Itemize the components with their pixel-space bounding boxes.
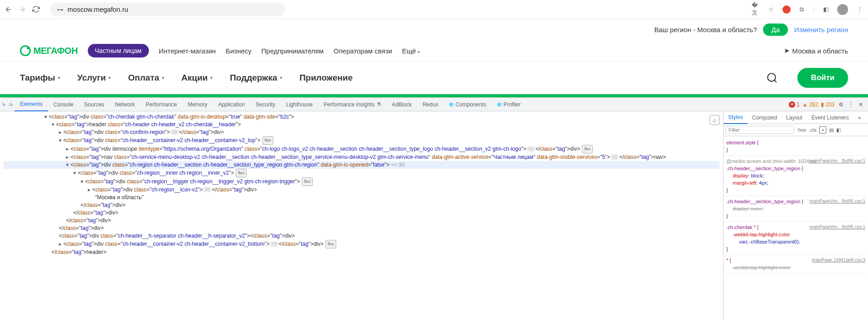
change-region-link[interactable]: Изменить регион — [794, 26, 848, 33]
profile-avatar[interactable] — [837, 4, 848, 15]
confirm-region-bar: Ваш регион - Москва и область? Да Измени… — [0, 19, 868, 40]
tab-application[interactable]: Application — [213, 98, 250, 111]
svg-rect-2 — [10, 103, 11, 105]
nav-operators[interactable]: Операторам связи — [334, 47, 392, 55]
sp-tab-computed[interactable]: Computed — [748, 111, 782, 124]
sp-tab-more[interactable]: » — [854, 111, 866, 124]
reload-button[interactable] — [32, 5, 40, 14]
url-bar[interactable]: ⊶ — [50, 3, 285, 16]
nav-shop[interactable]: Интернет-магазин — [159, 47, 216, 55]
location-icon: ➤ — [784, 47, 790, 55]
extension-opera-icon[interactable] — [782, 5, 791, 14]
more-tools-icon[interactable]: ⋮ — [847, 101, 854, 108]
logo[interactable]: МЕГАФОН — [20, 45, 78, 56]
search-button[interactable] — [764, 70, 780, 86]
nav-tariffs[interactable]: Тарифы▾ — [20, 73, 60, 83]
tab-redux[interactable]: Redux — [417, 98, 444, 111]
browser-toolbar: ⊶ �文 ☆ ⧉ | ◧ ⋮ — [0, 0, 868, 19]
tab-insights[interactable]: Performance insights ⚗ — [318, 98, 386, 111]
nav-support[interactable]: Поддержка▾ — [230, 73, 282, 83]
issues-count[interactable]: ▮203 — [821, 101, 835, 108]
browser-menu-icon[interactable]: ⋮ — [855, 5, 863, 14]
sp-tab-layout[interactable]: Layout — [782, 111, 807, 124]
new-rule-button[interactable]: + — [819, 126, 826, 134]
login-button[interactable]: Войти — [797, 68, 848, 88]
styles-panel: Styles Computed Layout Event Listeners »… — [723, 111, 868, 320]
tab-console[interactable]: Console — [48, 98, 79, 111]
devtools-tabs: Elements Console Sources Network Perform… — [0, 98, 868, 111]
nav-payment[interactable]: Оплата▾ — [128, 73, 164, 83]
styles-rules[interactable]: element.style {} @media screen and (min-… — [724, 136, 868, 320]
region-question: Ваш регион - Москва и область? — [654, 26, 757, 33]
svg-rect-3 — [11, 104, 12, 105]
tab-components[interactable]: ⬢ Components — [444, 98, 491, 111]
nav-business[interactable]: Бизнесу — [226, 47, 252, 55]
side-panel-icon[interactable]: ◧ — [822, 5, 830, 14]
computed-toggle-icon[interactable]: ▤ — [829, 127, 834, 133]
tab-sources[interactable]: Sources — [79, 98, 110, 111]
tab-profiler[interactable]: ⬢ Profiler — [491, 98, 526, 111]
back-button[interactable] — [5, 5, 13, 14]
extensions-icon[interactable]: ⧉ — [798, 5, 806, 14]
sp-tab-listeners[interactable]: Event Listeners — [807, 111, 854, 124]
tab-network[interactable]: Network — [110, 98, 140, 111]
hov-toggle[interactable]: :hov — [797, 127, 806, 133]
nav-personal[interactable]: Частным лицам — [88, 44, 149, 57]
warning-count[interactable]: ▲262 — [802, 101, 818, 108]
nav-app[interactable]: Приложение — [300, 73, 353, 83]
tab-elements[interactable]: Elements — [14, 98, 48, 111]
logo-icon — [20, 45, 31, 56]
sp-tab-styles[interactable]: Styles — [724, 111, 748, 124]
accessibility-toggle[interactable]: ⌕ — [710, 115, 720, 125]
nav-entrepreneur[interactable]: Предпринимателям — [262, 47, 324, 55]
confirm-yes-button[interactable]: Да — [763, 24, 788, 36]
tab-security[interactable]: Security — [250, 98, 281, 111]
accent-bar — [0, 94, 868, 97]
devtools: Elements Console Sources Network Perform… — [0, 97, 868, 320]
nav-promo[interactable]: Акции▾ — [181, 73, 213, 83]
tab-memory[interactable]: Memory — [182, 98, 213, 111]
nav-services[interactable]: Услуги▾ — [77, 73, 111, 83]
translate-icon[interactable]: �文 — [752, 5, 760, 14]
tab-lighthouse[interactable]: Lighthouse — [281, 98, 318, 111]
device-toolbar[interactable] — [7, 101, 14, 108]
error-count[interactable]: ✕1 — [789, 101, 800, 108]
device-css-icon[interactable]: ◧ — [836, 127, 841, 133]
tab-adblock[interactable]: AdBlock — [386, 98, 417, 111]
main-nav: Тарифы▾ Услуги▾ Оплата▾ Акции▾ Поддержка… — [0, 62, 868, 94]
nav-more[interactable]: Ещё ▾ — [402, 47, 420, 55]
settings-icon[interactable]: ⚙ — [837, 101, 844, 108]
styles-filter[interactable] — [725, 126, 794, 134]
site-top-header: МЕГАФОН Частным лицам Интернет-магазин Б… — [0, 40, 868, 62]
site-info-icon[interactable]: ⊶ — [56, 5, 64, 14]
dom-tree[interactable]: ⌕ ▾<class="tag">div class="ch-cherdak gt… — [0, 111, 723, 320]
url-input[interactable] — [67, 5, 279, 13]
tab-performance[interactable]: Performance — [140, 98, 182, 111]
forward-button[interactable] — [18, 5, 26, 14]
close-devtools[interactable]: ✕ — [857, 101, 864, 108]
bookmark-icon[interactable]: ☆ — [767, 5, 775, 14]
inspect-tool[interactable] — [0, 101, 7, 108]
region-display[interactable]: ➤ Москва и область — [784, 47, 848, 55]
svg-point-0 — [768, 73, 775, 81]
cls-toggle[interactable]: .cls — [809, 127, 817, 133]
